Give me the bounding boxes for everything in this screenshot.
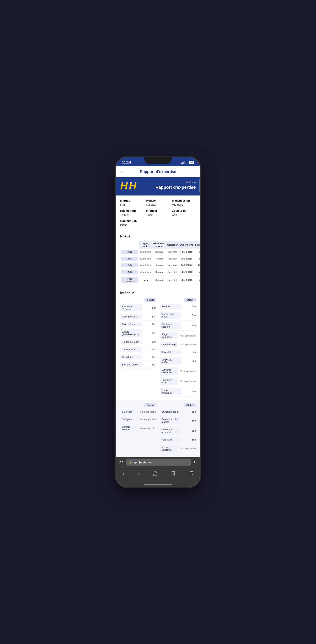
share-button[interactable] [150,470,161,478]
list-item: Mirroir courtoisie Non-applicable [160,444,196,454]
list-item: Système audio Bon [120,361,156,368]
statut-badge-right: Statut [184,298,196,302]
logo: H H [120,181,136,191]
tire-col-profondeur: Profondeur bande [152,241,166,249]
tire-col-type: Type jante [139,241,152,249]
statut-badge-s2-right: Statut [184,403,196,407]
back-button[interactable]: ← [120,169,125,174]
blue-banner: H H véhicule Rapport d'expertise [116,177,200,196]
list-item: Appui-tête Bon [160,348,196,356]
list-item: Navigation Non-applicable [120,416,156,423]
vehicule-label: véhicule [156,181,196,184]
list-item: Chauffage Bon [120,353,156,361]
info-marque: Marque Fiat [120,199,144,206]
list-item: Présence d'odeurs Bon [120,303,156,313]
list-item: Fenêtres Bon [160,303,196,310]
list-item: Chauffe-siège Non-applicable [160,341,196,348]
status-icons: ≈ 97 [181,161,194,164]
list-item: Climatisation Bon [120,346,156,353]
status-time: 11:14 [122,160,131,164]
wifi-icon: ≈ [186,161,188,164]
pneus-title: Pneus [120,234,196,238]
forward-nav-button[interactable]: › [135,470,143,478]
vehicle-info: Marque Fiat Modèle Fullback Transmission… [116,196,200,232]
list-item: Dégivrage arrière Bon [160,356,196,366]
content-scroll[interactable]: Marque Fiat Modèle Fullback Transmission… [116,196,200,457]
list-item: Ouverture boîte à gants Bon [160,416,196,426]
lock-icon: 🔒 [129,461,132,464]
home-indicator [116,482,200,487]
browser-url-bar-container: AA 🔒 app.hasta.ma ↻ [116,457,200,468]
info-kilometrage: Kilométrage 144634 [120,209,144,217]
section2-right-col: Statut Ouverture capot Bon Ouverture boî… [160,403,196,454]
list-item: Paresoleil Bon [160,436,196,444]
interieur-left-col: Statut Présence d'odeurs Bon Tapis prése… [120,298,156,396]
list-item: Fuites d'eau Bon [120,320,156,328]
banner-right: véhicule Rapport d'expertise [156,181,196,190]
banner-report-title: Rapport d'expertise [156,185,196,190]
list-item: Bluetooth Non-applicable [120,408,156,416]
back-nav-button[interactable]: ‹ [119,470,128,478]
info-couleur-int: Couleur Int. Gris [172,209,196,217]
pneus-section: Pneus Type jante Profondeur bande Condit… [116,232,200,288]
section2-left-col: Statut Bluetooth Non-applicable Navigati… [120,403,156,454]
table-row: ArG aluminium 3mmm bon état 205/80R16 Pi… [120,269,200,276]
list-item: Siège électrique Non-applicable [160,331,196,341]
table-row: AvG aluminium 3mmm bon état 205/80R16 Pi… [120,256,200,262]
browser-url-input[interactable]: 🔒 app.hasta.ma [126,459,191,466]
info-couleur-ext: Couleur Ext. Blanc [120,219,144,227]
list-item: Verrouillage portes Bon [160,310,196,320]
statut-badge-left: Statut [145,298,156,302]
logo-text: H H [120,181,136,191]
tire-col-dimensions: Dimensions [179,241,194,249]
list-item: Trappe carburant Bon [160,386,196,396]
info-transmission: Transmission Manuelle [172,199,196,206]
table-row: ArD aluminium 3mmm bon état 205/80R16 Pi… [120,262,200,269]
bookmarks-button[interactable] [167,470,179,478]
interieur-section: Intérieur Statut Présence d'odeurs Bon T… [116,288,200,400]
url-text: app.hasta.ma [133,460,152,464]
tire-col-fabricant: Fabricant [194,241,200,249]
info-modele: Modèle Fullback [146,199,170,206]
scroll-indicator [199,180,200,192]
tire-col-condition: Condition [166,241,179,249]
list-item: Lumières intérieures Non-applicable [160,366,196,376]
browser-aa-button[interactable]: AA [119,460,124,464]
info-interieur: Intérieur Tissu [146,209,170,217]
tire-col-empty [120,241,139,249]
statut-badge-s2-left: Statut [145,403,156,407]
home-bar [144,484,172,484]
table-row: AvD aluminium 3mmm bon état 205/80R16 Pi… [120,249,200,256]
page-title: Rapport d'expertise [127,170,189,174]
signal-icon [181,161,185,164]
section2: Statut Bluetooth Non-applicable Navigati… [116,400,200,457]
list-item: Tapis présents Bon [120,313,156,320]
list-item: Ouverture capot Bon [160,408,196,416]
list-item: Ceintures sécurité Bon [160,320,196,331]
app-header: ← Rapport d'expertise [116,166,200,177]
interieur-right-col: Statut Fenêtres Bon Verrouillage portes … [160,298,196,396]
browser-toolbar: ‹ › [116,468,200,482]
list-item: Essuie-glace/lave-glace Bon [120,328,156,338]
battery-indicator: 97 [189,161,194,164]
tabs-button[interactable] [185,470,197,478]
table-row: Pneu secours acier 3mmm bon état 205/80R… [120,276,200,285]
list-item: Caméra arrière Non-applicable [120,423,156,433]
interieur-title: Intérieur [120,291,196,295]
tires-table: Type jante Profondeur bande Condition Di… [120,241,200,285]
list-item: Bouton détresse Bon [120,338,156,346]
svg-rect-0 [189,472,192,475]
refresh-button[interactable]: ↻ [194,460,197,464]
list-item: Ouverture accoudoir Bon [160,426,196,436]
list-item: Ouverture coffre Non-applicable [160,376,196,386]
